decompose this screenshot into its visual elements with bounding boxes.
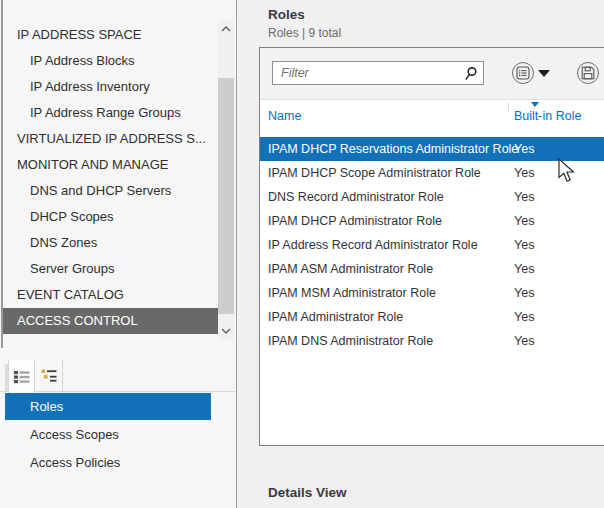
sidebar-tree-item[interactable]: IP ADDRESS SPACE <box>3 22 218 48</box>
subnav-item[interactable]: Roles <box>5 393 211 420</box>
filter-input[interactable] <box>273 62 483 84</box>
save-disk-icon <box>581 66 595 80</box>
sidebar-tree-item-label: IP Address Inventory <box>30 79 150 94</box>
view-mode-tabs <box>0 360 236 392</box>
role-builtin-cell: Yes <box>514 329 534 353</box>
list-view-icon <box>14 370 30 384</box>
scrollbar-up-button[interactable] <box>218 20 234 38</box>
role-builtin-cell: Yes <box>514 209 534 233</box>
sidebar-tree-item[interactable]: Server Groups <box>3 256 218 282</box>
navigation-sidebar: IP ADDRESS SPACE IP Address Blocks IP Ad… <box>0 0 236 508</box>
list-menu-icon <box>516 66 530 80</box>
sidebar-tree-item-label: DNS and DHCP Servers <box>30 183 171 198</box>
table-row[interactable]: IPAM DNS Administrator Role Yes <box>260 329 604 353</box>
subnav-list: Roles Access Scopes Access Policies <box>5 393 211 477</box>
nav-tree: IP ADDRESS SPACE IP Address Blocks IP Ad… <box>3 22 218 334</box>
table-row[interactable]: IPAM MSM Administrator Role Yes <box>260 281 604 305</box>
sort-descending-icon <box>531 102 539 107</box>
role-name-cell: IPAM ASM Administrator Role <box>268 257 433 281</box>
main-content: Roles Roles | 9 total <box>237 0 604 508</box>
sidebar-tree-item-label: VIRTUALIZED IP ADDRESS S... <box>17 131 206 146</box>
role-name-cell: IPAM Administrator Role <box>268 305 403 329</box>
tab-list-view[interactable] <box>8 360 35 393</box>
subnav-item-label: Roles <box>30 399 63 414</box>
role-builtin-cell: Yes <box>514 233 534 257</box>
sidebar-tree-item-label: IP Address Range Groups <box>30 105 181 120</box>
chevron-up-icon <box>221 26 231 32</box>
sidebar-tree-item[interactable]: ACCESS CONTROL <box>3 308 218 334</box>
tree-view-icon <box>41 369 57 383</box>
sidebar-tree-item[interactable]: IP Address Blocks <box>3 48 218 74</box>
tab-tree-view[interactable] <box>36 360 63 392</box>
scrollbar-thumb[interactable] <box>218 78 234 314</box>
role-name-cell: IPAM DHCP Administrator Role <box>268 209 442 233</box>
subnav-item[interactable]: Access Scopes <box>5 421 211 448</box>
subnav-item-label: Access Policies <box>30 455 120 470</box>
table-row[interactable]: IPAM ASM Administrator Role Yes <box>260 257 604 281</box>
sidebar-tree-item[interactable]: IP Address Inventory <box>3 74 218 100</box>
table-row[interactable]: IPAM DHCP Scope Administrator Role Yes <box>260 161 604 185</box>
sidebar-tree-item-label: DNS Zones <box>30 235 97 250</box>
sidebar-tree-item-label: ACCESS CONTROL <box>17 313 138 328</box>
sidebar-tree-item[interactable]: IP Address Range Groups <box>3 100 218 126</box>
view-options-button[interactable] <box>512 62 534 84</box>
role-name-cell: IPAM DHCP Scope Administrator Role <box>268 161 481 185</box>
role-name-cell: IPAM DNS Administrator Role <box>268 329 433 353</box>
table-row[interactable]: IPAM Administrator Role Yes <box>260 305 604 329</box>
chevron-down-icon <box>221 328 231 334</box>
sidebar-tree-item-label: Server Groups <box>30 261 115 276</box>
sidebar-tree-item[interactable]: VIRTUALIZED IP ADDRESS S... <box>3 126 218 152</box>
column-divider <box>508 102 509 111</box>
sidebar-scrollbar[interactable] <box>218 20 234 340</box>
roles-table-body: IPAM DHCP Reservations Administrator Rol… <box>260 137 604 353</box>
roles-panel: Name Built-in Role IPAM DHCP Reservation… <box>259 47 604 446</box>
filter-box <box>272 61 484 85</box>
search-icon <box>462 66 478 86</box>
details-view-heading: Details View <box>268 485 347 500</box>
subnav-item-label: Access Scopes <box>30 427 119 442</box>
table-row[interactable]: IP Address Record Administrator Role Yes <box>260 233 604 257</box>
sidebar-tree-item-label: DHCP Scopes <box>30 209 114 224</box>
page-title: Roles <box>268 7 305 22</box>
column-header-builtin-role[interactable]: Built-in Role <box>514 109 581 123</box>
sidebar-tree-item-label: EVENT CATALOG <box>17 287 124 302</box>
role-builtin-cell: Yes <box>514 281 534 305</box>
sidebar-tree-item[interactable]: DHCP Scopes <box>3 204 218 230</box>
mouse-cursor <box>558 158 575 187</box>
role-name-cell: DNS Record Administrator Role <box>268 185 444 209</box>
role-builtin-cell: Yes <box>514 305 534 329</box>
subnav-item[interactable]: Access Policies <box>5 449 211 476</box>
sidebar-tree-item-label: IP Address Blocks <box>30 53 135 68</box>
sidebar-tree-item-label: MONITOR AND MANAGE <box>17 157 168 172</box>
column-header-name[interactable]: Name <box>268 109 301 123</box>
view-options-dropdown-caret[interactable] <box>538 70 550 77</box>
table-row[interactable]: IPAM DHCP Reservations Administrator Rol… <box>260 137 604 161</box>
sidebar-tree-item[interactable]: DNS and DHCP Servers <box>3 178 218 204</box>
sidebar-tree-item[interactable]: MONITOR AND MANAGE <box>3 152 218 178</box>
role-builtin-cell: Yes <box>514 161 534 185</box>
panel-toolbar <box>260 48 604 100</box>
page-subtitle: Roles | 9 total <box>268 26 341 40</box>
role-builtin-cell: Yes <box>514 257 534 281</box>
table-row[interactable]: DNS Record Administrator Role Yes <box>260 185 604 209</box>
role-name-cell: IPAM DHCP Reservations Administrator Rol… <box>268 137 518 161</box>
role-builtin-cell: Yes <box>514 137 534 161</box>
sidebar-tree-item[interactable]: EVENT CATALOG <box>3 282 218 308</box>
role-name-cell: IP Address Record Administrator Role <box>268 233 478 257</box>
sidebar-tree-item-label: IP ADDRESS SPACE <box>17 27 142 42</box>
save-query-button[interactable] <box>577 62 599 84</box>
sidebar-tree-item[interactable]: DNS Zones <box>3 230 218 256</box>
role-builtin-cell: Yes <box>514 185 534 209</box>
role-name-cell: IPAM MSM Administrator Role <box>268 281 436 305</box>
table-header: Name Built-in Role <box>260 100 604 137</box>
scrollbar-down-button[interactable] <box>218 322 234 340</box>
table-row[interactable]: IPAM DHCP Administrator Role Yes <box>260 209 604 233</box>
